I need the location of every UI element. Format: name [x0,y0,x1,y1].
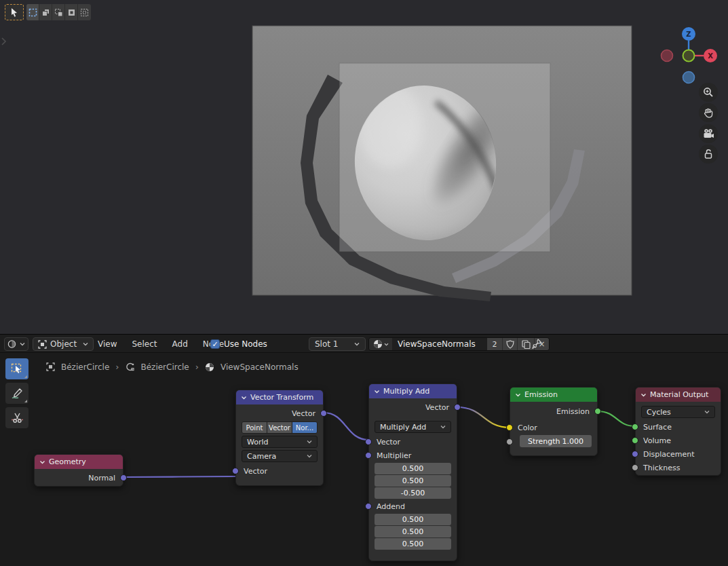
sidebar-expand-arrow[interactable] [1,35,6,48]
pin-button[interactable] [532,338,543,352]
material-browse-button[interactable] [369,338,392,350]
collapse-chevron-icon[interactable] [640,393,647,397]
convert-from-value: World [247,438,269,447]
type-normal-button[interactable]: Nor... [292,422,317,433]
chevron-down-icon [20,342,25,346]
convert-to-dropdown[interactable]: Camera [242,450,318,462]
collapse-chevron-icon[interactable] [515,393,521,397]
chevron-down-icon [384,343,389,346]
input-color-label: Color [518,423,537,432]
collapse-chevron-icon[interactable] [241,396,247,400]
target-dropdown[interactable]: Cycles [641,406,715,418]
socket-input-multiplier[interactable] [365,452,372,459]
transform-type-buttons: Point Vector Nor... [242,421,318,434]
convert-from-dropdown[interactable]: World [242,436,318,448]
output-vector-label: Vector [292,409,315,418]
menu-add[interactable]: Add [172,339,188,349]
input-surface-label: Surface [643,423,672,432]
socket-input-color[interactable] [506,424,513,431]
object-icon [38,340,47,349]
node-geometry[interactable]: Geometry Normal [34,454,123,487]
use-nodes-label: Use Nodes [224,339,267,349]
lock-view-button[interactable] [699,145,718,164]
node-vector-transform[interactable]: Vector Transform Vector Point Vector Nor… [235,390,324,486]
pan-hand-icon [703,107,714,118]
node-multiply-add[interactable]: Multiply Add Vector Multiply Add Vector … [368,383,457,561]
socket-input-vector[interactable] [232,468,239,474]
collapse-chevron-icon[interactable] [39,460,45,464]
operation-dropdown[interactable]: Multiply Add [375,421,451,433]
material-users-button[interactable]: 2 [487,338,502,350]
material-name-field[interactable]: ViewSpaceNormals [392,338,487,350]
node-emission[interactable]: Emission Emission Color Strength 1.000 [510,387,598,456]
multiplier-z-field[interactable]: -0.500 [375,487,451,499]
slot-label: Slot 1 [315,339,338,349]
navigation-gizmo[interactable]: Z X [653,22,724,88]
use-nodes-checkbox[interactable]: ✓ Use Nodes [210,335,267,354]
multiplier-y-field[interactable]: 0.500 [375,475,451,487]
shield-icon [506,340,514,349]
scene-render [0,0,728,334]
menu-bar: View Select Add Node [98,335,224,354]
output-vector-label: Vector [425,403,449,412]
fake-user-button[interactable] [502,338,517,350]
strength-field[interactable]: Strength 1.000 [520,435,592,447]
socket-output-vector[interactable] [320,410,327,417]
select-mode-invert-button[interactable] [65,4,78,20]
camera-view-icon [703,128,714,139]
input-addend-label: Addend [377,502,405,511]
socket-output-emission[interactable] [594,408,601,415]
viewport-3d[interactable]: Z X [0,0,728,334]
socket-input-surface[interactable] [632,423,638,430]
camera-view-button[interactable] [699,124,718,143]
menu-view[interactable]: View [98,339,117,349]
collapse-chevron-icon[interactable] [374,390,380,394]
menu-select[interactable]: Select [132,339,157,349]
socket-input-displacement[interactable] [632,451,638,457]
shader-type-dropdown[interactable]: Object [33,337,94,351]
socket-output-normal[interactable] [120,474,127,481]
input-displacement-label: Displacement [643,450,695,459]
tweak-tool-button[interactable] [5,4,24,20]
lock-open-icon [703,149,714,159]
socket-output-vector[interactable] [454,404,461,411]
type-point-button[interactable]: Point [242,422,267,433]
zoom-button[interactable] [699,83,718,102]
addend-y-field[interactable]: 0.500 [375,526,451,537]
socket-input-vector[interactable] [365,438,372,445]
input-multiplier-label: Multiplier [377,451,411,460]
type-vector-button[interactable]: Vector [267,422,292,433]
input-vector-label: Vector [244,467,267,476]
input-volume-label: Volume [643,436,671,445]
socket-input-volume[interactable] [632,437,638,444]
pan-button[interactable] [699,103,718,122]
shader-editor-header: Object View Select Add Node ✓ Use Nodes … [0,334,728,353]
socket-input-addend[interactable] [365,503,372,510]
strength-label: Strength [528,437,560,446]
node-title: Material Output [650,390,708,399]
chevron-down-icon [83,342,88,346]
node-material-output[interactable]: Material Output Cycles Surface Volume Di… [635,387,721,476]
input-thickness-label: Thickness [643,464,680,472]
editor-type-dropdown[interactable] [4,337,28,351]
select-mode-intersect-button[interactable] [78,4,91,20]
target-value: Cycles [647,408,671,417]
select-mode-new-button[interactable] [26,4,39,20]
material-id-block: ViewSpaceNormals 2 × [368,337,550,351]
socket-input-thickness[interactable] [632,464,638,471]
addend-x-field[interactable]: 0.500 [375,514,451,525]
node-editor-canvas[interactable]: BézierCircle › BézierCircle › ViewSpaceN… [0,353,728,566]
cursor-icon [9,7,19,18]
shader-type-label: Object [50,339,77,349]
addend-z-field[interactable]: 0.500 [375,538,451,550]
socket-input-strength[interactable] [506,438,513,445]
select-mode-extend-button[interactable] [39,4,52,20]
material-slot-dropdown[interactable]: Slot 1 [309,337,366,351]
select-mode-subtract-button[interactable] [52,4,65,20]
select-subtract-icon [54,8,63,17]
multiplier-x-field[interactable]: 0.500 [375,463,451,474]
convert-to-value: Camera [247,452,276,461]
chevron-down-icon [307,454,312,458]
chevron-down-icon [440,425,446,429]
shader-editor-icon [7,339,16,349]
